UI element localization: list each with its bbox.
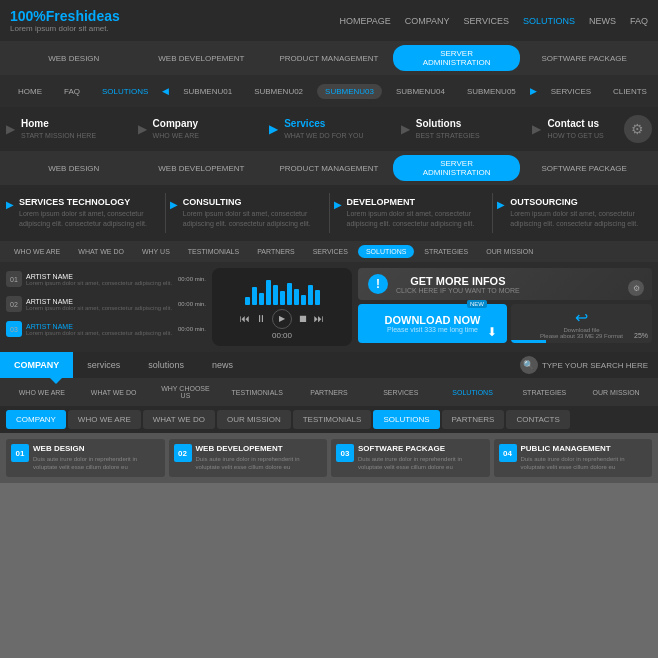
- card-desc-3: Duis aute irure dolor in reprehenderit i…: [358, 455, 485, 472]
- sn6-why[interactable]: WHY CHOOSE US: [150, 382, 222, 402]
- tab-services[interactable]: services: [73, 352, 134, 378]
- subnav-server-admin[interactable]: SERVER ADMINISTRATION: [393, 45, 521, 71]
- nav-news[interactable]: NEWS: [589, 16, 616, 26]
- stop-button[interactable]: ⏹: [298, 313, 308, 324]
- equalizer: [245, 275, 320, 305]
- subnav-services: WHO WE ARE WHAT WE DO WHY US TESTIMONIAL…: [0, 241, 658, 262]
- sn6-strategies[interactable]: STRATEGIES: [508, 386, 580, 399]
- sn6-services[interactable]: SERVICES: [365, 386, 437, 399]
- subnav3-web-dev[interactable]: WEB DEVELOPEMENT: [138, 160, 266, 177]
- nav2-sub5[interactable]: subMenu05: [459, 84, 524, 99]
- download-now-button[interactable]: NEW DOWNLOAD NOW Please visit 333 me lon…: [358, 304, 507, 343]
- services-row: ▶ SERVICES TECHNOLOGY Lorem ipsum dolor …: [0, 185, 658, 241]
- sn6-who[interactable]: WHO WE ARE: [6, 386, 78, 399]
- tab7-contacts[interactable]: CONTACTS: [506, 410, 569, 429]
- download-file-button[interactable]: ↩ Download file Please about 33 ME 29 Fo…: [511, 304, 652, 343]
- track-num-3: 03: [6, 321, 22, 337]
- track-2[interactable]: 02 ARTIST NAME Lorem ipsum dolor sit ame…: [6, 293, 206, 315]
- tab7-mission[interactable]: OUR MISSION: [217, 410, 291, 429]
- sn4-partners[interactable]: PARTNERS: [249, 245, 302, 258]
- sn6-solutions[interactable]: SOLUTIONS: [437, 386, 509, 399]
- tab7-testimonials[interactable]: TESTIMONIALS: [293, 410, 372, 429]
- dl-arrow-icon: ⬇: [487, 325, 497, 339]
- nav-home[interactable]: ▶ Home START MISSION HERE: [0, 107, 132, 151]
- tab7-what[interactable]: WHAT WE DO: [143, 410, 215, 429]
- tab-connector: [50, 378, 62, 384]
- service-outsourcing: ▶ OUTSOURCING Lorem ipsum dolor sit amet…: [497, 197, 652, 229]
- nav2-sub1[interactable]: subMenu01: [175, 84, 240, 99]
- nav2-sub3[interactable]: subMenu03: [317, 84, 382, 99]
- sn6-what[interactable]: WHAT WE DO: [78, 386, 150, 399]
- nav-faq[interactable]: FAQ: [630, 16, 648, 26]
- sn4-what[interactable]: WHAT WE DO: [70, 245, 132, 258]
- nav2-sub4[interactable]: subMenu04: [388, 84, 453, 99]
- search6-icon[interactable]: 🔍: [520, 356, 538, 374]
- sn6-partners[interactable]: PARTNERS: [293, 386, 365, 399]
- subnav-software-pkg[interactable]: SOFTWARE PACKAGE: [520, 50, 648, 67]
- next-button[interactable]: ⏭: [314, 313, 324, 324]
- track-3[interactable]: 03 ARTIST NAME Lorem ipsum dolor sit ame…: [6, 318, 206, 340]
- tab7-solutions[interactable]: SOLUTIONS: [373, 410, 439, 429]
- tab-company[interactable]: COMPANY: [0, 352, 73, 378]
- pause-button[interactable]: ⏸: [256, 313, 266, 324]
- nav2-home[interactable]: HOME: [10, 84, 50, 99]
- top-nav: HOMEPAGE COMPANY SERVICES SOLUTIONS NEWS…: [339, 16, 648, 26]
- subnav3-server-admin[interactable]: SERVER ADMINISTRATION: [393, 155, 521, 181]
- sn4-mission[interactable]: OUR MISSION: [478, 245, 541, 258]
- tab-solutions[interactable]: solutions: [134, 352, 198, 378]
- subnav-middle: WEB DESIGN WEB DEVELOPEMENT PRODUCT MANA…: [0, 151, 658, 185]
- tab7-partners[interactable]: PARTNERS: [442, 410, 505, 429]
- card-title-1: WEB DESIGN: [33, 444, 160, 453]
- nav-solutions[interactable]: SOLUTIONS: [523, 16, 575, 26]
- header: 100%Freshideas Lorem ipsum dolor sit ame…: [0, 0, 658, 41]
- subnav3-web-design[interactable]: WEB DESIGN: [10, 160, 138, 177]
- nav2-services[interactable]: SERVICES: [543, 84, 599, 99]
- track-num-2: 02: [6, 296, 22, 312]
- service-consult-title: CONSULTING: [183, 197, 325, 207]
- nav2-faq[interactable]: FAQ: [56, 84, 88, 99]
- get-more-button[interactable]: ! GET MORE INFOS CLICK HERE IF YOU WANT …: [358, 268, 652, 300]
- subnav3-product-mgmt[interactable]: PRODUCT MANAGEMENT: [265, 160, 393, 177]
- tab7-company[interactable]: COMPANY: [6, 410, 66, 429]
- tab7-who[interactable]: WHO WE ARE: [68, 410, 141, 429]
- play-icon2: ▶: [138, 122, 147, 136]
- nav-contact-sub: HOW TO GET US: [547, 132, 603, 139]
- get-more-sub: CLICK HERE IF YOU WANT TO MORE: [396, 287, 520, 294]
- brand-name: Freshideas: [46, 8, 120, 24]
- nav2-sub2[interactable]: subMenu02: [246, 84, 311, 99]
- nav-services[interactable]: SERVICES: [464, 16, 509, 26]
- sn4-who[interactable]: WHO WE ARE: [6, 245, 68, 258]
- nav-services[interactable]: ▶ Services WHAT WE DO FOR YOU: [263, 107, 395, 151]
- tab-news[interactable]: news: [198, 352, 247, 378]
- card-software: 03 SOFTWARE PACKAGE Duis aute irure dolo…: [331, 439, 490, 477]
- track-sub-2: Lorem ipsum dolor sit amet, consectetur …: [26, 305, 174, 311]
- subnav-web-dev[interactable]: WEB DEVELOPEMENT: [138, 50, 266, 67]
- subnav-web-design[interactable]: WEB DESIGN: [10, 50, 138, 67]
- sn4-services[interactable]: SERVICES: [305, 245, 356, 258]
- settings-button[interactable]: ⚙: [624, 115, 652, 143]
- sn4-strategies[interactable]: STRATEGIES: [416, 245, 476, 258]
- track-1[interactable]: 01 ARTIST NAME Lorem ipsum dolor sit ame…: [6, 268, 206, 290]
- nav-solutions[interactable]: ▶ Solutions BEST STRATEGIES: [395, 107, 527, 151]
- service-play-icon3: ▶: [334, 199, 342, 210]
- subnav3-software-pkg[interactable]: SOFTWARE PACKAGE: [520, 160, 648, 177]
- sn6-mission[interactable]: OUR MISSION: [580, 386, 652, 399]
- nav-company[interactable]: COMPANY: [405, 16, 450, 26]
- play-button[interactable]: ▶: [272, 309, 292, 329]
- subnav-product-mgmt[interactable]: PRODUCT MANAGEMENT: [265, 50, 393, 67]
- sn6-test[interactable]: TESTIMONIALS: [221, 386, 293, 399]
- nav-homepage[interactable]: HOMEPAGE: [339, 16, 390, 26]
- sn4-why[interactable]: WHY US: [134, 245, 178, 258]
- nav2-clients[interactable]: CLIENTS: [605, 84, 655, 99]
- nav-company[interactable]: ▶ Company WHO WE ARE: [132, 107, 264, 151]
- nav-contact[interactable]: ▶ Contact us HOW TO GET US ⚙: [526, 107, 658, 151]
- sn4-solutions[interactable]: SOLUTIONS: [358, 245, 414, 258]
- track-time-2: 00:00 min.: [178, 301, 206, 307]
- nav-solutions-title: Solutions: [416, 118, 480, 129]
- nav2-solutions[interactable]: SOLUTIONS: [94, 84, 156, 99]
- service-technology: ▶ SERVICES TECHNOLOGY Lorem ipsum dolor …: [6, 197, 161, 229]
- sn4-test[interactable]: TESTIMONIALS: [180, 245, 247, 258]
- track-name-3: ARTIST NAME: [26, 323, 174, 330]
- prev-button[interactable]: ⏮: [240, 313, 250, 324]
- nav-company-sub: WHO WE ARE: [153, 132, 199, 139]
